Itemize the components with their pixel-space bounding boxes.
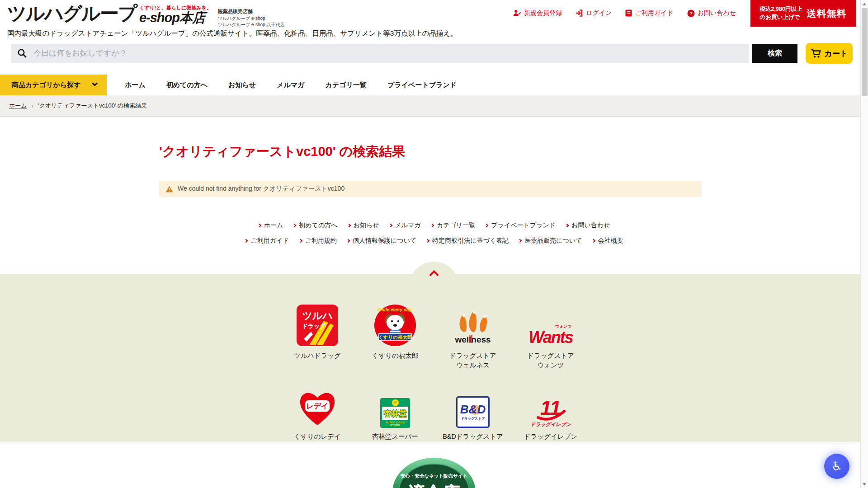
brand-grid: ツルハドラッグ ツルハドラッグ Smile every day!くすりの福太郎 … [0, 274, 868, 451]
header: ツルハグループ くすり!と、暮らしに微笑みを。 e-shop本店 医薬品販売店舗… [0, 0, 868, 75]
nav-item-mailmag[interactable]: メルマガ [277, 81, 304, 89]
bottom-area: 安心・安全なネット販売サイト 適合店 [0, 442, 868, 488]
brand-drug-eleven[interactable]: 11 ドラッグイレブン ドラッグイレブン [512, 381, 590, 451]
brand-tsuruha-drug[interactable]: ツルハドラッグ ツルハドラッグ [278, 300, 356, 370]
scrollbar[interactable] [860, 0, 868, 488]
brand-wants[interactable]: ウォンツ Wants ドラッグストアウォンツ [512, 300, 590, 370]
brand-row-2: レデイ くすりのレデイ ^^ 杏林堂 SUPER DRUG STORE 杏林堂ス… [0, 381, 868, 451]
brand-label: ドラッグストアウォンツ [512, 351, 590, 370]
wellness-logo: wellness [434, 300, 512, 347]
nav-item-first-time[interactable]: 初めての方へ [166, 81, 208, 89]
footer-link-news[interactable]: お知らせ [348, 221, 379, 230]
nav-item-category-list[interactable]: カテゴリ一覧 [326, 81, 367, 89]
chevron-right-icon [426, 239, 429, 243]
logo-shop-name: e-shop本店 [139, 11, 212, 24]
category-menu-button[interactable]: 商品カテゴリから探す [0, 75, 107, 95]
brand-label: ツルハドラッグ [278, 351, 356, 361]
brand-footer: ツルハドラッグ ツルハドラッグ Smile every day!くすりの福太郎 … [0, 274, 868, 442]
kyorindo-logo: ^^ 杏林堂 SUPER DRUG STORE [356, 381, 434, 428]
brand-wellness[interactable]: wellness ドラッグストアウェルネス [434, 300, 512, 370]
svg-text:レデイ: レデイ [306, 402, 328, 410]
wants-logo: ウォンツ Wants [512, 300, 590, 347]
scrollbar-down-arrow[interactable] [861, 480, 868, 488]
chevron-right-icon [298, 239, 302, 243]
scroll-to-top-button[interactable] [409, 262, 459, 286]
brand-label: くすりのレデイ [278, 432, 356, 441]
warning-text: We could not find anything for クオリティファース… [178, 185, 344, 193]
footer-link-category-list[interactable]: カテゴリ一覧 [431, 221, 475, 230]
no-results-warning: We could not find anything for クオリティファース… [159, 181, 702, 197]
drug-eleven-logo: 11 ドラッグイレブン [512, 381, 590, 428]
svg-text:?: ? [689, 10, 693, 16]
brand-label: ドラッグイレブン [512, 432, 590, 441]
footer-link-privacy[interactable]: 個人情報保護について [347, 237, 416, 245]
footer-link-home[interactable]: ホーム [258, 221, 283, 230]
brand-kyorindo[interactable]: ^^ 杏林堂 SUPER DRUG STORE 杏林堂スーパードラッグストア [356, 381, 434, 451]
footer-links-row2: ご利用ガイド ご利用規約 個人情報保護について 特定商取引法に基づく表記 医薬品… [0, 237, 868, 245]
main-content: 'クオリティファーストvc100' の検索結果 We could not fin… [0, 143, 868, 245]
register-label: 新規会員登録 [524, 9, 562, 17]
search-button[interactable]: 検索 [752, 44, 797, 63]
store-info: 医薬品販売店舗 ツルハグループ e-shop ツルハグループ e-shop 八千… [218, 4, 285, 28]
chevron-right-icon [347, 224, 350, 227]
footer-link-terms[interactable]: ご利用規約 [299, 237, 337, 245]
search-input[interactable] [11, 44, 749, 63]
brand-label: B&Dドラッグストア [434, 432, 512, 441]
brand-fukutaro[interactable]: Smile every day!くすりの福太郎 くすりの福太郎 [356, 300, 434, 370]
chevron-right-icon [565, 224, 569, 227]
site-description: 国内最大級のドラッグストアチェーン「ツルハグループ」の公式通販サイト。医薬品、化… [7, 29, 458, 38]
cart-label: カート [825, 48, 848, 59]
search-icon [17, 48, 27, 58]
brand-label: ドラッグストアウェルネス [434, 351, 512, 370]
svg-text:ドラッグ: ドラッグ [302, 323, 326, 329]
warning-icon [165, 186, 173, 192]
scrollbar-thumb[interactable] [862, 8, 868, 96]
brand-name: ツルハグループ [7, 4, 137, 23]
site-logo[interactable]: ツルハグループ くすり!と、暮らしに微笑みを。 e-shop本店 医薬品販売店舗… [7, 4, 284, 28]
logo-mid: くすり!と、暮らしに微笑みを。 e-shop本店 [139, 4, 212, 24]
footer-link-drug-sales[interactable]: 医薬品販売について [519, 237, 582, 245]
register-link[interactable]: 新規会員登録 [513, 9, 562, 17]
contact-link[interactable]: ? お問い合わせ [687, 9, 736, 17]
breadcrumb-separator: › [32, 103, 33, 109]
question-circle-icon: ? [687, 9, 695, 17]
nav-item-private-brand[interactable]: プライベートブランド [387, 81, 457, 89]
brand-redei[interactable]: レデイ くすりのレデイ [278, 381, 356, 451]
chevron-right-icon [485, 224, 488, 227]
login-link[interactable]: ログイン [576, 9, 612, 17]
store-info-line: ツルハグループ e-shop 八千代店 [218, 22, 285, 28]
search-box [11, 44, 749, 63]
footer-link-commerce-law[interactable]: 特定商取引法に基づく表記 [426, 237, 509, 245]
footer-link-company[interactable]: 会社概要 [592, 237, 623, 245]
store-info-line: ツルハグループ e-shop [218, 15, 285, 22]
chevron-right-icon [292, 224, 296, 227]
search-row: 検索 カート [11, 43, 853, 64]
svg-text:Smile every day!: Smile every day! [377, 307, 414, 312]
nav-item-news[interactable]: お知らせ [228, 81, 256, 89]
accessibility-button[interactable]: ♿ [824, 454, 849, 479]
footer-link-guide[interactable]: ご利用ガイド [245, 237, 289, 245]
certified-shop-badge: 安心・安全なネット販売サイト 適合店 [391, 455, 477, 488]
contact-label: お問い合わせ [698, 9, 736, 17]
breadcrumb-home-link[interactable]: ホーム [9, 102, 27, 110]
footer-link-contact[interactable]: お問い合わせ [566, 221, 610, 230]
scrollbar-up-arrow[interactable] [861, 0, 868, 8]
free-shipping-banner: 税込2,980円以上 のお買い上げで 送料無料 [750, 0, 856, 27]
cart-button[interactable]: カート [806, 43, 853, 64]
footer-links-row1: ホーム 初めての方へ お知らせ メルマガ カテゴリ一覧 プライベートブランド お… [0, 221, 868, 230]
chevron-right-icon [430, 224, 434, 227]
brand-bd-drugstore[interactable]: B&D ドラッグストア B&Dドラッグストア [434, 381, 512, 451]
footer-link-first-time[interactable]: 初めての方へ [293, 221, 337, 230]
chevron-right-icon [257, 224, 261, 227]
login-label: ログイン [586, 9, 612, 17]
user-plus-icon [513, 9, 521, 17]
page-title: 'クオリティファーストvc100' の検索結果 [159, 143, 868, 161]
footer-link-private-brand[interactable]: プライベートブランド [485, 221, 556, 230]
guide-link[interactable]: ご利用ガイド [625, 9, 673, 17]
svg-text:くすりの福太郎: くすりの福太郎 [378, 334, 412, 340]
guide-label: ご利用ガイド [635, 9, 673, 17]
footer-link-mailmag[interactable]: メルマガ [389, 221, 421, 230]
brand-label: くすりの福太郎 [356, 351, 434, 361]
nav-links: ホーム 初めての方へ お知らせ メルマガ カテゴリ一覧 プライベートブランド [125, 75, 457, 95]
nav-item-home[interactable]: ホーム [125, 81, 146, 89]
